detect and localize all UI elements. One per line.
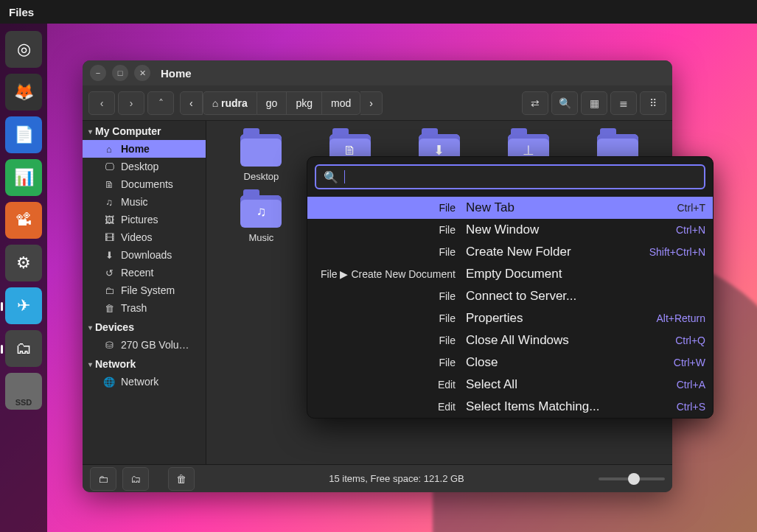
command-label: Create New Folder (466, 245, 632, 259)
command-new-window[interactable]: FileNew WindowCtrl+N (307, 219, 713, 241)
dock-firefox[interactable]: 🦊 (5, 74, 42, 111)
command-properties[interactable]: FilePropertiesAlt+Return (307, 307, 713, 329)
breadcrumb-prev[interactable]: ‹ (180, 91, 203, 115)
command-shortcut: Ctrl+T (632, 202, 705, 214)
breadcrumb-rudra[interactable]: ⌂ rudra (203, 91, 257, 115)
command-category: File (315, 202, 466, 214)
command-connect-to-server-[interactable]: FileConnect to Server... (307, 285, 713, 307)
sidebar-item-icon: 🖵 (103, 161, 115, 172)
dock-ubuntu[interactable]: ◎ (5, 31, 42, 68)
dock-files[interactable]: 🗂 (5, 330, 42, 367)
sidebar-item-music[interactable]: ♫Music (83, 193, 206, 211)
view-compact-button[interactable]: ⠿ (640, 91, 666, 115)
command-category: File (315, 312, 466, 324)
sidebar-item-network[interactable]: 🌐Network (83, 373, 206, 391)
search-icon: 🔍 (324, 170, 338, 184)
titlebar: − □ ✕ Home (83, 60, 672, 85)
command-category: File ▶ Create New Document (315, 268, 466, 280)
view-list-button[interactable]: ≣ (610, 91, 637, 115)
sidebar-item-downloads[interactable]: ⬇Downloads (83, 246, 206, 264)
dock-ssd[interactable]: SSD (5, 373, 42, 410)
breadcrumb: ‹ ⌂ rudragopkgmod › (180, 91, 383, 115)
nav-back-button[interactable]: ‹ (88, 91, 115, 115)
command-close[interactable]: FileCloseCtrl+W (307, 351, 713, 374)
command-label: Connect to Server... (466, 289, 632, 304)
command-shortcut: Ctrl+N (632, 224, 705, 236)
sidebar-item-icon: 🗀 (103, 285, 115, 296)
command-shortcut: Alt+Return (632, 312, 705, 324)
dock-impress[interactable]: 📽 (5, 202, 42, 239)
command-shortcut: Ctrl+Q (632, 335, 705, 346)
top-menubar: Files (0, 0, 757, 24)
command-label: Close (466, 355, 632, 370)
sidebar-item-home[interactable]: ⌂Home (83, 140, 206, 158)
command-search-input[interactable] (351, 171, 697, 183)
sidebar: My Computer ⌂Home🖵Desktop🗎Documents♫Musi… (83, 121, 206, 464)
command-close-all-windows[interactable]: FileClose All WindowsCtrl+Q (307, 329, 713, 351)
app-name[interactable]: Files (9, 6, 34, 18)
command-select-all[interactable]: EditSelect AllCtrl+A (307, 374, 713, 396)
sidebar-item-pictures[interactable]: 🖼Pictures (83, 211, 206, 228)
nav-forward-button[interactable]: › (118, 91, 144, 115)
sidebar-item-icon: 🎞 (103, 232, 115, 243)
breadcrumb-pkg[interactable]: pkg (287, 91, 322, 115)
command-category: File (315, 290, 466, 302)
sidebar-section-my-computer[interactable]: My Computer (83, 121, 206, 140)
sidebar-item-icon: 🗑 (103, 303, 115, 314)
command-shortcut: Ctrl+S (632, 401, 705, 413)
breadcrumb-mod[interactable]: mod (322, 91, 360, 115)
command-new-tab[interactable]: FileNew TabCtrl+T (307, 197, 713, 219)
sidebar-item-videos[interactable]: 🎞Videos (83, 228, 206, 246)
command-category: File (315, 357, 466, 368)
sidebar-item-desktop[interactable]: 🖵Desktop (83, 158, 206, 175)
folder-label: Desktop (244, 171, 279, 182)
sidebar-item-documents[interactable]: 🗎Documents (83, 175, 206, 193)
folder-desktop[interactable]: Desktop (220, 134, 303, 182)
command-select-items-matching-[interactable]: EditSelect Items Matching...Ctrl+S (307, 396, 713, 418)
command-search-box[interactable]: 🔍 (315, 164, 705, 189)
window-title: Home (161, 67, 192, 80)
sidebar-item-icon: ↺ (103, 267, 115, 279)
status-trash-button[interactable]: 🗑 (168, 467, 195, 491)
status-places-button[interactable]: 🗀 (90, 467, 116, 491)
dock-calc[interactable]: 📊 (5, 159, 42, 196)
command-create-new-folder[interactable]: FileCreate New FolderShift+Ctrl+N (307, 241, 713, 263)
command-category: File (315, 246, 466, 258)
sidebar-section-devices[interactable]: Devices (83, 317, 206, 336)
sidebar-section-network[interactable]: Network (83, 354, 206, 373)
command-category: Edit (315, 401, 466, 413)
command-label: Close All Windows (466, 333, 632, 348)
command-category: File (315, 335, 466, 346)
command-shortcut: Ctrl+W (632, 357, 705, 368)
dock-telegram[interactable]: ✈ (5, 287, 42, 324)
toolbar: ‹ › ˄ ‹ ⌂ rudragopkgmod › ⇄ 🔍 ▦ ≣ ⠿ (83, 85, 672, 121)
zoom-slider[interactable] (599, 477, 665, 480)
breadcrumb-go[interactable]: go (257, 91, 287, 115)
sidebar-item-recent[interactable]: ↺Recent (83, 264, 206, 281)
folder-label: Music (248, 232, 273, 243)
status-text: 15 items, Free space: 121.2 GB (200, 473, 593, 484)
window-minimize-button[interactable]: − (90, 65, 106, 81)
sidebar-item-file-system[interactable]: 🗀File System (83, 281, 206, 299)
window-close-button[interactable]: ✕ (134, 65, 150, 81)
window-maximize-button[interactable]: □ (112, 65, 128, 81)
toggle-path-entry-button[interactable]: ⇄ (522, 91, 548, 115)
sidebar-item-trash[interactable]: 🗑Trash (83, 299, 206, 317)
sidebar-item-270-gb-volu-[interactable]: ⛁270 GB Volu… (83, 336, 206, 354)
sidebar-item-icon: 🗎 (103, 179, 115, 190)
status-tree-button[interactable]: 🗂 (122, 467, 149, 491)
command-shortcut: Ctrl+A (632, 379, 705, 391)
dock-settings[interactable]: ⚙ (5, 245, 42, 281)
dock-writer[interactable]: 📄 (5, 116, 42, 153)
command-label: New Window (466, 223, 632, 237)
breadcrumb-next[interactable]: › (360, 91, 383, 115)
command-empty-document[interactable]: File ▶ Create New DocumentEmpty Document (307, 263, 713, 285)
command-label: Select All (466, 377, 632, 392)
view-icons-button[interactable]: ▦ (581, 91, 607, 115)
command-label: New Tab (466, 200, 632, 215)
folder-music[interactable]: ♫Music (220, 195, 303, 243)
sidebar-item-icon: ⌂ (103, 144, 115, 155)
statusbar: 🗀 🗂 🗑 15 items, Free space: 121.2 GB (83, 464, 672, 492)
nav-up-button[interactable]: ˄ (147, 91, 174, 115)
search-button[interactable]: 🔍 (551, 91, 578, 115)
